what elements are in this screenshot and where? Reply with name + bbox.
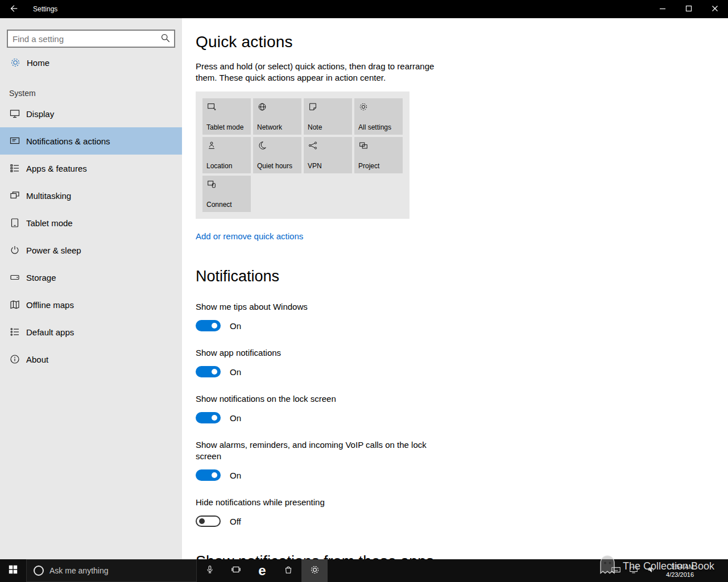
sidebar-item-display[interactable]: Display — [0, 100, 182, 127]
settings-search-box[interactable] — [7, 30, 175, 48]
search-button[interactable] — [157, 31, 174, 47]
quick-action-vpn[interactable]: VPN — [304, 137, 352, 173]
toggle-knob — [212, 472, 217, 478]
notifications-heading: Notifications — [196, 268, 705, 285]
network-tray-icon[interactable] — [628, 564, 639, 577]
multitasking-icon — [9, 190, 21, 201]
quick-action-network[interactable]: Network — [253, 98, 301, 135]
power-icon — [9, 244, 21, 256]
quick-action-label: Network — [257, 123, 282, 131]
about-icon — [9, 354, 21, 365]
quiet-hours-moon-icon — [257, 143, 267, 152]
maximize-button[interactable] — [676, 0, 702, 18]
quick-action-label: Tablet mode — [206, 123, 243, 131]
sidebar-nav: Display Notifications & actions Apps & f… — [0, 100, 182, 373]
setting-lock-screen-alarms: Show alarms, reminders, and incoming VoI… — [196, 439, 705, 481]
quick-action-label: Quiet hours — [257, 162, 292, 170]
sidebar-item-label: Storage — [26, 273, 56, 282]
sidebar-item-label: Display — [26, 109, 54, 119]
location-icon — [206, 143, 217, 152]
toggle-state-label: On — [230, 471, 241, 480]
edge-icon: e — [258, 564, 266, 577]
quick-action-label: Location — [206, 162, 232, 170]
toggle-show-tips[interactable] — [196, 320, 221, 331]
sidebar-item-storage[interactable]: Storage — [0, 264, 182, 291]
sidebar-item-offline-maps[interactable]: Offline maps — [0, 291, 182, 318]
notifications-icon — [9, 135, 21, 147]
minimize-button[interactable] — [650, 0, 676, 18]
toggle-knob — [212, 415, 217, 421]
quick-action-note[interactable]: Note — [304, 98, 352, 135]
quick-action-project[interactable]: Project — [354, 137, 403, 173]
microphone-icon — [205, 564, 215, 577]
apps-features-icon — [9, 163, 21, 174]
sidebar-item-power-sleep[interactable]: Power & sleep — [0, 236, 182, 264]
sidebar-section-label: System — [9, 89, 182, 98]
toggle-state-label: On — [230, 367, 241, 377]
project-icon — [358, 143, 369, 152]
touch-keyboard-icon[interactable] — [611, 564, 621, 577]
display-icon — [9, 108, 21, 119]
tablet-mode-icon — [9, 217, 21, 228]
close-button[interactable] — [702, 0, 728, 18]
sidebar-item-label: Apps & features — [26, 164, 87, 173]
app-body: Home System Display Notifications & acti… — [0, 18, 728, 559]
settings-taskbar-button[interactable] — [301, 559, 328, 582]
window-title: Settings — [33, 5, 57, 13]
quick-action-all-settings[interactable]: All settings — [354, 98, 403, 135]
setting-label: Hide notifications while presenting — [196, 497, 429, 508]
sidebar-item-label: Offline maps — [26, 300, 74, 310]
sidebar-item-default-apps[interactable]: Default apps — [0, 318, 182, 346]
quick-action-connect[interactable]: Connect — [202, 176, 251, 212]
toggle-app-notifications[interactable] — [196, 366, 221, 377]
taskbar-search-placeholder: Ask me anything — [49, 566, 109, 575]
settings-gear-icon — [309, 564, 320, 577]
offline-maps-icon — [9, 299, 21, 310]
setting-show-tips: Show me tips about Windows On — [196, 301, 705, 331]
edge-button[interactable]: e — [249, 559, 275, 582]
sidebar-home-label: Home — [27, 58, 49, 68]
microphone-button[interactable] — [197, 559, 223, 582]
setting-label: Show me tips about Windows — [196, 301, 429, 313]
sidebar-item-apps-features[interactable]: Apps & features — [0, 155, 182, 182]
all-settings-gear-icon — [358, 104, 369, 114]
add-remove-quick-actions-link[interactable]: Add or remove quick actions — [196, 231, 303, 241]
quick-action-label: VPN — [308, 162, 322, 170]
task-view-button[interactable] — [223, 559, 249, 582]
sidebar-item-label: Tablet mode — [26, 218, 73, 228]
windows-logo-icon — [8, 564, 18, 577]
setting-app-notifications: Show app notifications On — [196, 347, 705, 377]
sidebar-item-about[interactable]: About — [0, 346, 182, 373]
titlebar: Settings — [0, 0, 728, 18]
start-button[interactable] — [0, 559, 26, 582]
taskbar-clock[interactable]: 9:54 AM 4/23/2016 — [666, 563, 720, 579]
sidebar-item-label: Power & sleep — [26, 246, 81, 255]
volume-icon[interactable] — [646, 564, 656, 577]
sidebar-item-home[interactable]: Home — [0, 51, 182, 74]
quick-action-location[interactable]: Location — [202, 137, 251, 173]
sidebar-item-notifications-actions[interactable]: Notifications & actions — [0, 127, 182, 155]
toggle-state-label: Off — [230, 517, 241, 526]
setting-hide-while-presenting: Hide notifications while presenting Off — [196, 497, 705, 527]
toggle-knob — [199, 518, 205, 524]
quick-action-label: Note — [308, 123, 322, 131]
quick-action-quiet-hours[interactable]: Quiet hours — [253, 137, 301, 173]
tablet-mode-tile-icon — [206, 104, 217, 114]
back-button[interactable] — [0, 0, 27, 18]
settings-search-input[interactable] — [8, 34, 157, 44]
quick-action-tablet-mode[interactable]: Tablet mode — [202, 98, 251, 135]
toggle-knob — [212, 369, 217, 375]
taskbar-search-box[interactable]: Ask me anything — [26, 559, 197, 582]
quick-action-label: Connect — [206, 201, 232, 209]
sidebar-item-multitasking[interactable]: Multitasking — [0, 182, 182, 209]
sidebar-item-label: Notifications & actions — [26, 136, 110, 146]
quick-action-label: Project — [358, 162, 379, 170]
sidebar-item-tablet-mode[interactable]: Tablet mode — [0, 209, 182, 236]
store-button[interactable] — [275, 559, 301, 582]
toggle-lock-screen-alarms[interactable] — [196, 469, 221, 481]
toggle-lock-screen-notifications[interactable] — [196, 412, 221, 423]
back-arrow-icon — [9, 3, 19, 15]
gear-icon — [9, 57, 22, 68]
toggle-hide-while-presenting[interactable] — [196, 516, 221, 527]
sidebar: Home System Display Notifications & acti… — [0, 18, 182, 559]
